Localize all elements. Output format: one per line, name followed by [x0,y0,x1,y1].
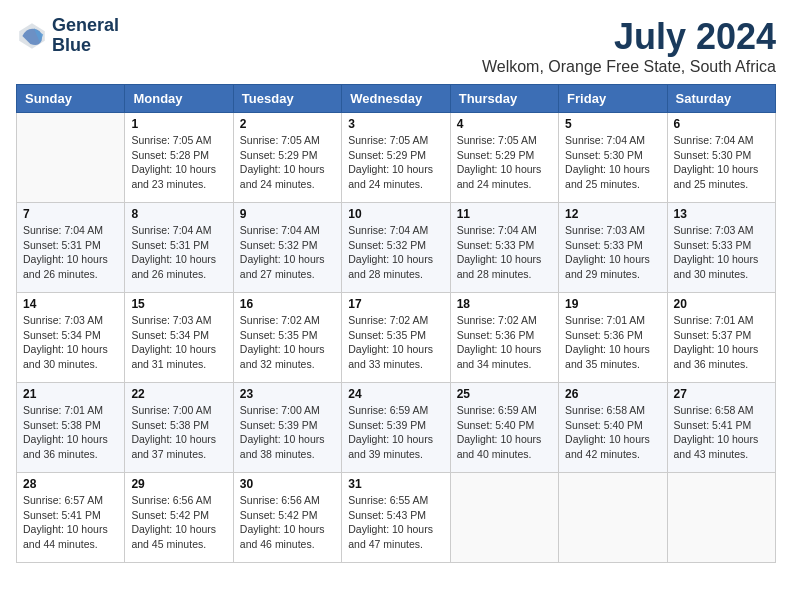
day-info: Sunrise: 7:04 AMSunset: 5:30 PMDaylight:… [674,133,769,192]
day-number: 19 [565,297,660,311]
day-cell: 4 Sunrise: 7:05 AMSunset: 5:29 PMDayligh… [450,113,558,203]
day-number: 2 [240,117,335,131]
logo-line2: Blue [52,36,119,56]
day-info: Sunrise: 7:04 AMSunset: 5:32 PMDaylight:… [348,223,443,282]
calendar-table: Sunday Monday Tuesday Wednesday Thursday… [16,84,776,563]
day-cell: 3 Sunrise: 7:05 AMSunset: 5:29 PMDayligh… [342,113,450,203]
day-number: 24 [348,387,443,401]
day-number: 14 [23,297,118,311]
header-sunday: Sunday [17,85,125,113]
day-cell: 23 Sunrise: 7:00 AMSunset: 5:39 PMDaylig… [233,383,341,473]
day-cell: 21 Sunrise: 7:01 AMSunset: 5:38 PMDaylig… [17,383,125,473]
day-number: 31 [348,477,443,491]
location-title: Welkom, Orange Free State, South Africa [482,58,776,76]
day-cell: 19 Sunrise: 7:01 AMSunset: 5:36 PMDaylig… [559,293,667,383]
day-number: 13 [674,207,769,221]
logo: General Blue [16,16,119,56]
day-cell [559,473,667,563]
day-number: 18 [457,297,552,311]
day-cell: 26 Sunrise: 6:58 AMSunset: 5:40 PMDaylig… [559,383,667,473]
day-number: 30 [240,477,335,491]
day-number: 8 [131,207,226,221]
day-info: Sunrise: 7:04 AMSunset: 5:32 PMDaylight:… [240,223,335,282]
day-number: 16 [240,297,335,311]
day-cell: 29 Sunrise: 6:56 AMSunset: 5:42 PMDaylig… [125,473,233,563]
day-number: 6 [674,117,769,131]
header-monday: Monday [125,85,233,113]
day-number: 9 [240,207,335,221]
day-cell: 28 Sunrise: 6:57 AMSunset: 5:41 PMDaylig… [17,473,125,563]
week-row-1: 1 Sunrise: 7:05 AMSunset: 5:28 PMDayligh… [17,113,776,203]
day-number: 29 [131,477,226,491]
day-cell: 5 Sunrise: 7:04 AMSunset: 5:30 PMDayligh… [559,113,667,203]
day-cell: 7 Sunrise: 7:04 AMSunset: 5:31 PMDayligh… [17,203,125,293]
day-number: 25 [457,387,552,401]
day-info: Sunrise: 7:04 AMSunset: 5:30 PMDaylight:… [565,133,660,192]
day-info: Sunrise: 6:59 AMSunset: 5:40 PMDaylight:… [457,403,552,462]
day-number: 7 [23,207,118,221]
day-cell: 22 Sunrise: 7:00 AMSunset: 5:38 PMDaylig… [125,383,233,473]
day-number: 28 [23,477,118,491]
day-cell: 30 Sunrise: 6:56 AMSunset: 5:42 PMDaylig… [233,473,341,563]
day-info: Sunrise: 7:04 AMSunset: 5:31 PMDaylight:… [131,223,226,282]
day-cell [450,473,558,563]
day-info: Sunrise: 7:00 AMSunset: 5:39 PMDaylight:… [240,403,335,462]
day-info: Sunrise: 7:02 AMSunset: 5:35 PMDaylight:… [348,313,443,372]
day-number: 20 [674,297,769,311]
header-friday: Friday [559,85,667,113]
day-cell: 20 Sunrise: 7:01 AMSunset: 5:37 PMDaylig… [667,293,775,383]
day-cell: 16 Sunrise: 7:02 AMSunset: 5:35 PMDaylig… [233,293,341,383]
day-cell: 14 Sunrise: 7:03 AMSunset: 5:34 PMDaylig… [17,293,125,383]
day-number: 10 [348,207,443,221]
day-cell: 27 Sunrise: 6:58 AMSunset: 5:41 PMDaylig… [667,383,775,473]
logo-icon [16,20,48,52]
day-info: Sunrise: 7:00 AMSunset: 5:38 PMDaylight:… [131,403,226,462]
day-cell: 15 Sunrise: 7:03 AMSunset: 5:34 PMDaylig… [125,293,233,383]
day-info: Sunrise: 7:05 AMSunset: 5:29 PMDaylight:… [348,133,443,192]
week-row-2: 7 Sunrise: 7:04 AMSunset: 5:31 PMDayligh… [17,203,776,293]
day-cell: 10 Sunrise: 7:04 AMSunset: 5:32 PMDaylig… [342,203,450,293]
day-info: Sunrise: 6:56 AMSunset: 5:42 PMDaylight:… [240,493,335,552]
day-number: 21 [23,387,118,401]
day-cell: 31 Sunrise: 6:55 AMSunset: 5:43 PMDaylig… [342,473,450,563]
day-info: Sunrise: 6:56 AMSunset: 5:42 PMDaylight:… [131,493,226,552]
day-cell [667,473,775,563]
day-info: Sunrise: 6:58 AMSunset: 5:40 PMDaylight:… [565,403,660,462]
day-info: Sunrise: 7:04 AMSunset: 5:31 PMDaylight:… [23,223,118,282]
header-saturday: Saturday [667,85,775,113]
header-tuesday: Tuesday [233,85,341,113]
day-number: 27 [674,387,769,401]
day-cell: 9 Sunrise: 7:04 AMSunset: 5:32 PMDayligh… [233,203,341,293]
day-info: Sunrise: 6:57 AMSunset: 5:41 PMDaylight:… [23,493,118,552]
week-row-4: 21 Sunrise: 7:01 AMSunset: 5:38 PMDaylig… [17,383,776,473]
day-cell: 24 Sunrise: 6:59 AMSunset: 5:39 PMDaylig… [342,383,450,473]
header-thursday: Thursday [450,85,558,113]
page-header: General Blue July 2024 Welkom, Orange Fr… [16,16,776,76]
day-info: Sunrise: 7:05 AMSunset: 5:29 PMDaylight:… [457,133,552,192]
day-number: 4 [457,117,552,131]
day-info: Sunrise: 7:03 AMSunset: 5:34 PMDaylight:… [23,313,118,372]
day-cell: 8 Sunrise: 7:04 AMSunset: 5:31 PMDayligh… [125,203,233,293]
week-row-3: 14 Sunrise: 7:03 AMSunset: 5:34 PMDaylig… [17,293,776,383]
header-wednesday: Wednesday [342,85,450,113]
day-info: Sunrise: 7:03 AMSunset: 5:34 PMDaylight:… [131,313,226,372]
day-info: Sunrise: 7:02 AMSunset: 5:36 PMDaylight:… [457,313,552,372]
day-info: Sunrise: 6:59 AMSunset: 5:39 PMDaylight:… [348,403,443,462]
day-cell: 11 Sunrise: 7:04 AMSunset: 5:33 PMDaylig… [450,203,558,293]
day-cell: 12 Sunrise: 7:03 AMSunset: 5:33 PMDaylig… [559,203,667,293]
day-number: 5 [565,117,660,131]
week-row-5: 28 Sunrise: 6:57 AMSunset: 5:41 PMDaylig… [17,473,776,563]
day-info: Sunrise: 7:03 AMSunset: 5:33 PMDaylight:… [674,223,769,282]
day-number: 1 [131,117,226,131]
day-cell: 6 Sunrise: 7:04 AMSunset: 5:30 PMDayligh… [667,113,775,203]
day-info: Sunrise: 7:05 AMSunset: 5:29 PMDaylight:… [240,133,335,192]
day-number: 17 [348,297,443,311]
day-info: Sunrise: 6:58 AMSunset: 5:41 PMDaylight:… [674,403,769,462]
header-row: Sunday Monday Tuesday Wednesday Thursday… [17,85,776,113]
day-info: Sunrise: 7:01 AMSunset: 5:38 PMDaylight:… [23,403,118,462]
day-cell: 18 Sunrise: 7:02 AMSunset: 5:36 PMDaylig… [450,293,558,383]
day-cell: 2 Sunrise: 7:05 AMSunset: 5:29 PMDayligh… [233,113,341,203]
day-info: Sunrise: 7:02 AMSunset: 5:35 PMDaylight:… [240,313,335,372]
day-info: Sunrise: 6:55 AMSunset: 5:43 PMDaylight:… [348,493,443,552]
day-number: 23 [240,387,335,401]
